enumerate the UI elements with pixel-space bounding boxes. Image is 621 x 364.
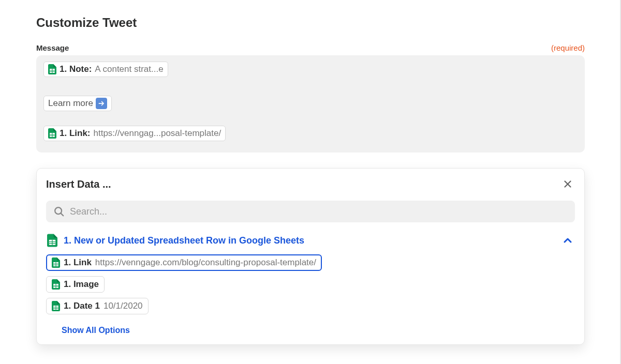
required-indicator: (required) (551, 43, 585, 52)
link-value: https://venngag...posal-template/ (94, 128, 221, 139)
show-all-options-link[interactable]: Show All Options (62, 326, 130, 335)
search-input[interactable] (70, 206, 568, 217)
google-sheets-icon (52, 279, 60, 290)
insert-data-panel: Insert Data ... 1. New or Updated Spread… (36, 168, 585, 345)
message-input-area[interactable]: 1. Note: A content strat...e Learn more … (36, 55, 585, 153)
learn-more-text: Learn more (48, 98, 93, 109)
note-value: A content strat...e (95, 64, 163, 74)
data-source-row[interactable]: 1. New or Updated Spreadsheet Row in Goo… (46, 234, 575, 247)
data-item-link[interactable]: 1. Link https://venngage.com/blog/consul… (46, 254, 322, 271)
item-label: 1. Link (64, 257, 92, 268)
field-label-row: Message (required) (36, 43, 585, 52)
google-sheets-icon (48, 64, 56, 74)
google-sheets-icon (48, 128, 56, 139)
close-icon (562, 178, 573, 190)
arrow-right-icon (96, 98, 107, 109)
search-icon (53, 206, 65, 217)
customize-tweet-section: Customize Tweet Message (required) 1. No… (0, 0, 621, 153)
item-value: https://venngage.com/blog/consulting-pro… (95, 257, 316, 268)
link-prefix: 1. Link: (60, 128, 91, 139)
message-label: Message (36, 43, 69, 52)
note-prefix: 1. Note: (60, 64, 92, 74)
panel-title: Insert Data ... (46, 178, 111, 190)
source-title: 1. New or Updated Spreadsheet Row in Goo… (64, 235, 304, 246)
chevron-up-icon[interactable] (561, 234, 574, 247)
note-pill[interactable]: 1. Note: A content strat...e (43, 62, 168, 77)
data-item-date[interactable]: 1. Date 1 10/1/2020 (46, 298, 149, 314)
item-label: 1. Image (64, 279, 99, 290)
google-sheets-icon (47, 234, 57, 247)
section-title: Customize Tweet (36, 16, 585, 30)
learn-more-pill[interactable]: Learn more (43, 96, 112, 111)
item-label: 1. Date 1 (64, 301, 100, 311)
search-box[interactable] (46, 201, 575, 222)
link-pill[interactable]: 1. Link: https://venngag...posal-templat… (43, 126, 226, 141)
item-value: 10/1/2020 (103, 301, 143, 311)
google-sheets-icon (52, 257, 60, 268)
panel-header: Insert Data ... (46, 177, 575, 191)
google-sheets-icon (52, 301, 60, 311)
data-item-image[interactable]: 1. Image (46, 276, 105, 293)
svg-line-6 (61, 214, 64, 216)
close-button[interactable] (560, 177, 575, 191)
